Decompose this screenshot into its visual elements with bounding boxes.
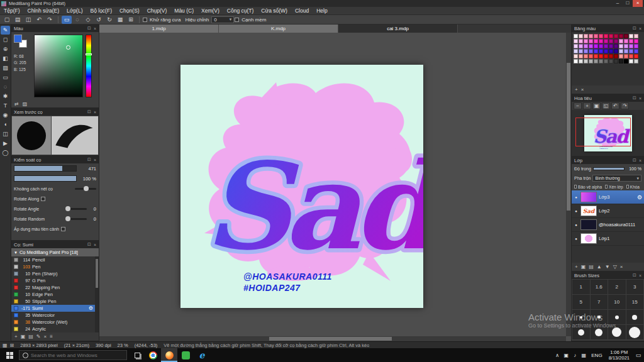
canvas[interactable]: Sad @HOASAKURA0111 #HOIDAP247 xyxy=(180,65,423,308)
palette-swatch[interactable] xyxy=(624,49,628,53)
brush-size-cell[interactable]: 3 xyxy=(626,280,644,294)
palette-swatch[interactable] xyxy=(584,59,588,63)
zoom-fit-icon[interactable]: ▣ xyxy=(592,102,601,109)
palette-swatch[interactable] xyxy=(584,34,588,38)
delete-brush-icon[interactable]: × xyxy=(44,334,47,339)
palette-swatch[interactable] xyxy=(634,44,638,48)
palette-swatch[interactable] xyxy=(619,34,623,38)
menu-item-help[interactable]: Help xyxy=(313,7,331,14)
fill-tool-icon[interactable]: ◧ xyxy=(1,54,10,63)
undock-panel-icon[interactable]: ⊡ xyxy=(633,96,636,101)
brush-item-sumi[interactable]: -171Sumi⚙ xyxy=(11,305,95,312)
palette-swatch[interactable] xyxy=(604,44,608,48)
brush-item-edge-pen[interactable]: 10Edge Pen xyxy=(11,291,95,298)
saturation-value-picker[interactable] xyxy=(34,35,83,97)
palette-swatch[interactable] xyxy=(604,34,608,38)
task-view-button[interactable] xyxy=(130,348,145,362)
palette-swatch[interactable] xyxy=(624,44,628,48)
action-center-icon[interactable]: ▭ xyxy=(633,352,644,358)
blend-mode-select[interactable]: Bình thường ▾ xyxy=(592,175,641,182)
palette-swatch[interactable] xyxy=(599,54,603,58)
add-brush-icon[interactable]: + xyxy=(14,334,18,339)
volume-icon[interactable]: ♪ xyxy=(570,353,579,358)
scrollbar-thumb[interactable] xyxy=(567,63,570,211)
palette-swatch[interactable] xyxy=(614,54,618,58)
palette-swatch[interactable] xyxy=(579,34,583,38)
brush-item-stipple-pen[interactable]: 50Stipple Pen xyxy=(11,298,95,305)
brush-opacity-slider[interactable] xyxy=(14,175,77,182)
palette-swatch[interactable] xyxy=(609,39,613,43)
add-color-icon[interactable]: + xyxy=(575,87,578,92)
undock-panel-icon[interactable]: ⊡ xyxy=(87,109,91,114)
palette-swatch[interactable] xyxy=(589,49,593,53)
soft-edge-checkbox[interactable] xyxy=(235,18,239,22)
close-panel-icon[interactable]: × xyxy=(639,273,641,278)
palette-swatch[interactable] xyxy=(604,39,608,43)
delete-color-icon[interactable]: × xyxy=(581,87,584,92)
scrollbar-thumb[interactable] xyxy=(96,259,98,288)
brush-item-g-pen[interactable]: 97G Pen xyxy=(11,277,95,284)
palette-swatch[interactable] xyxy=(619,49,623,53)
brush-item-watercolor-wet[interactable]: 38Watercolor (Wet) xyxy=(11,319,95,326)
new-file-icon[interactable]: ▢ xyxy=(2,16,12,24)
brush-item-pencil[interactable]: 114Pencil xyxy=(11,256,95,263)
scrollbar-thumb[interactable] xyxy=(269,337,392,341)
clip-layer-checkbox[interactable] xyxy=(605,185,608,189)
brush-settings-icon[interactable]: ⚙ xyxy=(89,305,93,311)
tray-app-icon[interactable]: ▣ xyxy=(562,353,570,358)
palette-swatch[interactable] xyxy=(574,44,578,48)
antialias-checkbox[interactable] xyxy=(143,18,147,22)
palette-swatch[interactable] xyxy=(579,59,583,63)
palette-swatch[interactable] xyxy=(574,59,578,63)
palette-swatch[interactable] xyxy=(614,34,618,38)
transform-icon[interactable]: ◇ xyxy=(83,16,93,24)
undock-panel-icon[interactable]: ⊡ xyxy=(87,26,91,31)
palette-swatch[interactable] xyxy=(579,49,583,53)
taskbar-app-chrome[interactable] xyxy=(145,348,161,362)
palette-swatch[interactable] xyxy=(599,34,603,38)
palette-swatch[interactable] xyxy=(619,44,623,48)
zoom-tool-icon[interactable]: ◯ xyxy=(1,148,10,157)
minimize-button[interactable]: – xyxy=(613,0,623,7)
brush-folder-icon[interactable]: ▤ xyxy=(28,334,33,339)
menu-item-xem-v[interactable]: Xem(V) xyxy=(197,7,223,14)
palette-swatch[interactable] xyxy=(619,54,623,58)
navigator-view-rect[interactable] xyxy=(575,118,631,146)
layer-opacity-slider[interactable] xyxy=(593,167,625,170)
palette-swatch[interactable] xyxy=(629,34,633,38)
palette-swatch[interactable] xyxy=(634,49,638,53)
taskbar-app-edge[interactable]: e xyxy=(194,348,210,362)
menu-item-l-p-l[interactable]: Lớp(L) xyxy=(63,7,86,14)
palette-swatch[interactable] xyxy=(614,49,618,53)
search-input[interactable] xyxy=(31,353,123,358)
palette-swatch[interactable] xyxy=(609,34,613,38)
brush-tool-icon[interactable]: ✎ xyxy=(1,26,10,35)
brush-size-cell[interactable]: 10 xyxy=(608,295,626,309)
brush-item-watercolor[interactable]: 35Watercolor xyxy=(11,312,95,319)
palette-swatch[interactable] xyxy=(604,54,608,58)
brush-item-acrylic[interactable]: 24Acrylic xyxy=(11,326,95,332)
select-tool-icon[interactable]: ▭ xyxy=(1,73,10,82)
brush-item-pen[interactable]: 103Pen xyxy=(11,263,95,270)
brush-item-mapping-pen[interactable]: 22Mapping Pen xyxy=(11,284,95,291)
foreground-color-swatch[interactable] xyxy=(14,35,22,43)
brush-size-cell[interactable] xyxy=(626,325,644,339)
palette-swatch[interactable] xyxy=(594,54,598,58)
close-panel-icon[interactable]: × xyxy=(639,26,641,31)
rotate-random-slider[interactable] xyxy=(65,218,87,220)
palette-swatch[interactable] xyxy=(619,59,623,63)
palette-swatch[interactable] xyxy=(629,39,633,43)
horizontal-scrollbar[interactable] xyxy=(99,336,566,341)
maximize-button[interactable]: □ xyxy=(623,0,633,7)
transparent-color-icon[interactable]: ▨ xyxy=(23,101,28,107)
close-button[interactable]: × xyxy=(633,0,643,7)
snap-indicator-icon-icon[interactable]: ⊞ xyxy=(10,343,14,348)
rotate-angle-slider[interactable] xyxy=(65,208,87,210)
palette-swatch[interactable] xyxy=(574,54,578,58)
palette-swatch[interactable] xyxy=(599,44,603,48)
menu-item-c-a-s-w[interactable]: Cửa sổ(W) xyxy=(257,7,291,14)
undock-panel-icon[interactable]: ⊡ xyxy=(633,273,636,278)
layer-settings-icon[interactable]: ⚙ xyxy=(637,194,642,200)
close-panel-icon[interactable]: × xyxy=(94,110,96,114)
gradient-tool-icon[interactable]: ▨ xyxy=(1,63,10,72)
